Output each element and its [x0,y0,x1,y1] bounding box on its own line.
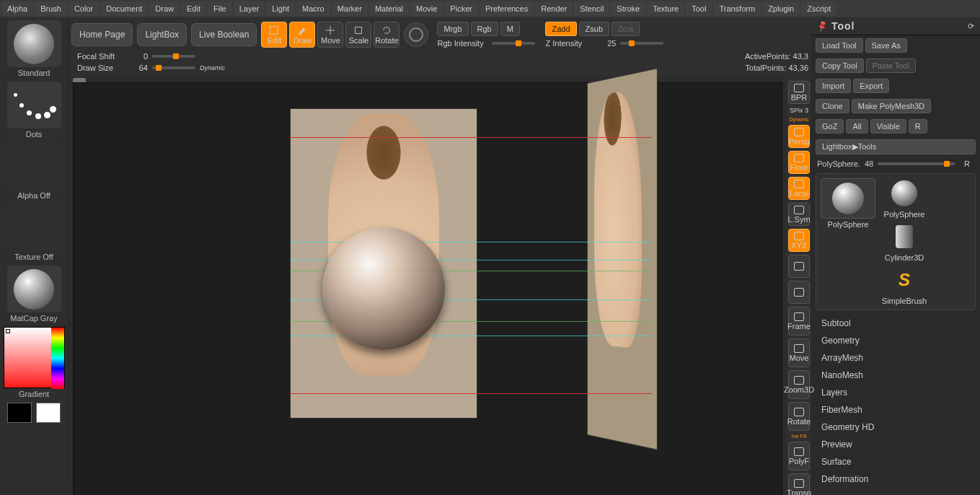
accordion-fibermesh[interactable]: FiberMesh [811,401,980,419]
strip-lsym-button[interactable]: L.Sym [788,203,810,226]
menu-zscript[interactable]: Zscript [801,1,836,16]
strip-zoom3d-button[interactable]: Zoom3D [788,370,810,399]
focal-shift-slider[interactable] [152,55,195,58]
rotate-button[interactable]: Rotate [374,22,399,48]
live-boolean-button[interactable]: Live Boolean [191,23,257,46]
strip-rot1-button[interactable] [788,255,810,278]
tool-thumb-cylinder3d[interactable]: Cylinder3D [878,222,930,262]
strip-polyf-button[interactable]: PolyF [788,442,810,470]
strip-xyz-button[interactable]: XYZ [788,229,810,252]
goz-button[interactable]: GoZ [816,119,844,133]
swatch-black[interactable] [7,403,32,423]
swatch-white[interactable] [36,403,61,423]
menu-preferences[interactable]: Preferences [480,1,534,16]
z-intensity-slider[interactable] [620,42,663,45]
brush-thumb[interactable] [7,20,61,67]
pin-icon[interactable]: 📌 [816,19,829,32]
zadd-mode[interactable]: Zadd [545,22,576,36]
clone-button[interactable]: Clone [816,99,849,113]
menu-macro[interactable]: Macro [296,1,330,16]
all-button[interactable]: All [846,119,868,133]
menu-brush[interactable]: Brush [35,1,67,16]
m-mode[interactable]: M [500,22,520,36]
import-button[interactable]: Import [816,79,851,93]
menu-stroke[interactable]: Stroke [611,1,645,16]
menu-stencil[interactable]: Stencil [574,1,609,16]
menu-edit[interactable]: Edit [181,1,206,16]
gradient-label[interactable]: Gradient [1,390,66,398]
mrgb-mode[interactable]: Mrgb [437,22,468,36]
zcut-mode[interactable]: Zcut [612,22,640,36]
menu-transform[interactable]: Transform [713,1,761,16]
edit-button[interactable]: Edit [261,22,287,48]
menu-render[interactable]: Render [535,1,573,16]
current-tool-slider[interactable] [878,162,955,165]
load-tool-button[interactable]: Load Tool [816,38,863,53]
strip-floor-button[interactable]: Floor [788,151,810,174]
strip-frame-button[interactable]: Frame [788,307,810,336]
color-picker[interactable] [4,327,65,388]
menu-texture[interactable]: Texture [647,1,684,16]
accordion-layers[interactable]: Layers [811,384,980,401]
draw-size-slider[interactable] [152,66,195,69]
home-page-button[interactable]: Home Page [71,23,133,46]
rgb-intensity-slider[interactable] [492,42,535,45]
visible-button[interactable]: Visible [870,119,906,133]
export-button[interactable]: Export [853,79,889,93]
stroke-thumb[interactable] [7,82,61,128]
make-polymesh3d-button[interactable]: Make PolyMesh3D [852,99,931,113]
gizmo-button[interactable] [404,22,428,47]
refresh-icon[interactable]: ⟳ [968,22,974,31]
strip-bpr-button[interactable]: BPR [788,81,810,104]
hue-strip[interactable] [51,328,64,389]
menu-marker[interactable]: Marker [332,1,368,16]
menu-draw[interactable]: Draw [149,1,180,16]
accordion-subtool[interactable]: Subtool [811,315,980,332]
zsub-mode[interactable]: Zsub [579,22,609,36]
menu-movie[interactable]: Movie [410,1,443,16]
accordion-surface[interactable]: Surface [811,453,980,470]
menu-alpha[interactable]: Alpha [1,1,33,16]
accordion-geometry-hd[interactable]: Geometry HD [811,419,980,436]
strip-rot2-button[interactable] [788,281,810,304]
accordion-deformation[interactable]: Deformation [811,470,980,482]
current-tool-r-button[interactable]: R [960,159,974,169]
dynamic-label[interactable]: Dynamic [200,64,225,71]
strip-rotate-button[interactable]: Rotate [788,402,810,431]
rgb-mode[interactable]: Rgb [471,22,498,36]
alpha-thumb[interactable] [7,143,61,190]
draw-button[interactable]: Draw [289,22,315,48]
move-button[interactable]: Move [317,22,343,48]
accordion-preview[interactable]: Preview [811,436,980,453]
strip-persp-button[interactable]: Persp [788,125,810,148]
viewport-canvas[interactable] [73,82,782,495]
tool-thumb-polysphere2[interactable]: PolySphere [878,178,930,219]
menu-color[interactable]: Color [69,1,99,16]
tool-thumb-simplebrush[interactable]: SSimpleBrush [878,265,930,305]
texture-thumb[interactable] [7,204,61,251]
save-as-button[interactable]: Save As [865,38,907,53]
polysphere-mesh[interactable] [322,227,445,350]
menu-picker[interactable]: Picker [444,1,478,16]
tool-current-thumb[interactable]: PolySphere [821,178,875,305]
menu-document[interactable]: Document [100,1,148,16]
strip-transp-button[interactable]: Transp [788,473,810,495]
menu-material[interactable]: Material [369,1,409,16]
lightbox-button[interactable]: LightBox [137,23,187,46]
strip-move-button[interactable]: Move [788,338,810,367]
lightbox-tools-button[interactable]: Lightbox▶Tools [816,139,976,154]
r-button[interactable]: R [909,119,927,133]
scale-button[interactable]: Scale [345,22,371,48]
menu-file[interactable]: File [208,1,232,16]
strip-local-button[interactable]: Local [788,177,810,200]
menu-light[interactable]: Light [266,1,295,16]
material-thumb[interactable] [7,266,61,312]
copy-tool-button[interactable]: Copy Tool [816,58,864,73]
accordion-nanomesh[interactable]: NanoMesh [811,367,980,384]
menu-zplugin[interactable]: Zplugin [762,1,800,16]
paste-tool-button[interactable]: Paste Tool [866,58,916,73]
accordion-geometry[interactable]: Geometry [811,332,980,349]
accordion-arraymesh[interactable]: ArrayMesh [811,349,980,367]
menu-tool[interactable]: Tool [686,1,712,16]
menu-layer[interactable]: Layer [234,1,265,16]
